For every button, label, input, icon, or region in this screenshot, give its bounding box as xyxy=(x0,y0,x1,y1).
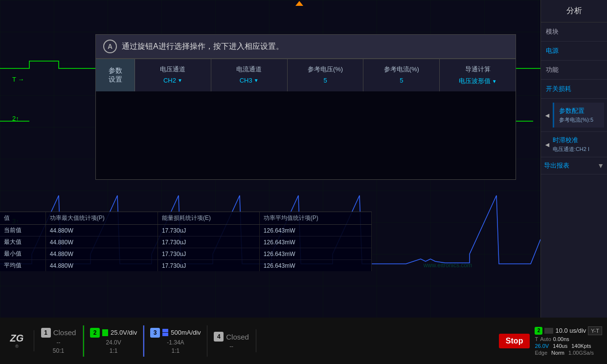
status-bar: ZG ® 1 Closed -- 50:1 2 25.0V/div 24.0V … xyxy=(0,318,607,364)
data-table-area: 值 功率最大值统计项(P) 能量损耗统计项(E) 功率平均值统计项(P) 当前值… xyxy=(0,212,372,271)
ch2-indicator xyxy=(102,329,108,336)
row-pmax-1: 44.880W xyxy=(45,225,157,236)
row-label-2: 最大值 xyxy=(0,236,45,248)
param-col-voltage-ch[interactable]: 电压通道 CH2 ▼ xyxy=(135,59,211,91)
col-header-4: 参考电流(%) xyxy=(384,65,419,74)
function-label: 功能 xyxy=(546,65,559,74)
table-row: 最大值 44.880W 17.730uJ 126.643mW xyxy=(0,236,372,248)
param-config-section: 参数配置 参考电流(%):5 xyxy=(553,103,604,128)
time-calib-title: 时滞校准 xyxy=(553,136,604,145)
ch3-ratio: 1:1 xyxy=(172,347,180,354)
col-header-5: 导通计算 xyxy=(465,65,491,74)
ch2-ratio: 1:1 xyxy=(110,347,118,354)
control-section: Stop 2 10.0 us/div Y-T T Auto 0.00ns 26.… xyxy=(494,324,607,358)
channel-3-block[interactable]: 3 500mA/div -1.34A 1:1 xyxy=(143,325,207,357)
right-panel: 分析 模块 电源 功能 开关损耗 ◄ 参数配置 参考电流(%):5 ◄ 时滞校准… xyxy=(540,0,607,318)
sub-controls-row: T Auto 0.00ns xyxy=(535,336,602,342)
row-pmax-3: 44.880W xyxy=(45,248,157,260)
right-panel-switch-loss[interactable]: 开关损耗 xyxy=(541,80,607,99)
auto-label: Auto xyxy=(540,336,551,342)
dialog-content: 参数设置 电压通道 CH2 ▼ 电流通道 CH3 ▼ xyxy=(96,59,516,179)
right-panel-module[interactable]: 模块 xyxy=(541,22,607,42)
ch2-small-badge: 2 xyxy=(535,327,542,335)
ch2-time-row: 2 10.0 us/div Y-T xyxy=(535,326,602,335)
ch1-label: Closed xyxy=(53,328,76,337)
yt-badge: Y-T xyxy=(588,326,602,335)
time-per-div: 10.0 us/div xyxy=(555,327,586,334)
norm-label: Norm xyxy=(551,350,564,356)
ch4-label: Closed xyxy=(226,333,249,341)
mem-value: 26.0V xyxy=(535,343,549,349)
col-header-power-max: 功率最大值统计项(P) xyxy=(45,212,157,225)
right-panel-power[interactable]: 电源 xyxy=(541,42,607,61)
channel-4-block[interactable]: 4 Closed -- xyxy=(207,329,256,352)
col-value-2: CH3 ▼ xyxy=(240,77,259,84)
ch2-voltage: 24.0V xyxy=(106,339,121,346)
param-col-current-ch[interactable]: 电流通道 CH3 ▼ xyxy=(211,59,288,91)
ch3-indicator xyxy=(162,329,168,336)
right-panel-param-config[interactable]: ◄ 参数配置 参考电流(%):5 xyxy=(541,99,607,132)
logo-registered: ® xyxy=(10,344,24,349)
row-pavg-2: 126.643mW xyxy=(259,236,371,248)
time-controls: 2 10.0 us/div Y-T T Auto 0.00ns 26.0V 14… xyxy=(535,326,602,356)
stop-button[interactable]: Stop xyxy=(499,334,530,348)
oscilloscope-screen: T → 2↑ 3↑ A 通过旋钮A进行选择操作，按下进入相应设置。 参数设置 电… xyxy=(0,0,540,318)
right-panel-title: 分析 xyxy=(541,0,607,22)
param-columns: 电压通道 CH2 ▼ 电流通道 CH3 ▼ 参考电压(%) xyxy=(135,59,516,91)
param-config-title: 参数配置 xyxy=(559,107,599,115)
col-header-power-avg: 功率平均值统计项(P) xyxy=(259,212,371,225)
param-col-conduction-calc[interactable]: 导通计算 电压波形值 ▼ xyxy=(440,59,516,91)
col-header-energy-loss: 能量损耗统计项(E) xyxy=(157,212,259,225)
marker-2: 2↑ xyxy=(12,115,19,122)
row-label-3: 最小值 xyxy=(0,248,45,260)
col-header-2: 电流通道 xyxy=(236,65,262,74)
watermark: www.eitronics.com xyxy=(424,262,472,269)
dialog-icon: A xyxy=(103,40,117,53)
time-calib-section: 时滞校准 电压通道:CH2 I xyxy=(553,136,604,153)
pts-value: 140Kpts xyxy=(571,343,591,349)
meas-row-2: 26.0V 140us 140Kpts xyxy=(535,343,602,349)
param-label: 参数设置 xyxy=(109,66,122,84)
param-col-ref-current[interactable]: 参考电流(%) 5 xyxy=(363,59,440,91)
ch2-div-label: 25.0V/div xyxy=(111,329,137,336)
logo: ZG ® xyxy=(0,330,34,351)
col-header-label: 值 xyxy=(0,212,45,225)
param-config-sub: 参考电流(%):5 xyxy=(559,116,599,124)
ch1-number-row: 1 Closed xyxy=(41,328,76,338)
switch-loss-label: 开关损耗 xyxy=(546,85,571,93)
sample-rate: 1.00GSa/s xyxy=(568,350,594,356)
right-panel-function[interactable]: 功能 xyxy=(541,61,607,80)
ch3-number-row: 3 500mA/div xyxy=(150,328,201,338)
table-row: 当前值 44.880W 17.730uJ 126.643mW xyxy=(0,225,372,236)
parameter-dialog[interactable]: A 通过旋钮A进行选择操作，按下进入相应设置。 参数设置 电压通道 CH2 ▼ xyxy=(95,34,516,180)
ch1-badge: 1 xyxy=(41,328,51,338)
col-header-3: 参考电压(%) xyxy=(308,65,343,74)
row-pavg-1: 126.643mW xyxy=(259,225,371,236)
row-eloss-2: 17.730uJ xyxy=(157,236,259,248)
ch2-number-row: 2 25.0V/div xyxy=(90,328,137,338)
col-value-1: CH2 ▼ xyxy=(163,77,182,84)
row-pmax-2: 44.880W xyxy=(45,236,157,248)
channel-1-block[interactable]: 1 Closed -- 50:1 xyxy=(34,325,83,357)
col-value-3: 5 xyxy=(323,77,327,84)
ch4-number-row: 4 Closed xyxy=(214,332,249,342)
time2-value: 140us xyxy=(553,343,567,349)
right-panel-time-calib[interactable]: ◄ 时滞校准 电压通道:CH2 I xyxy=(541,132,607,157)
logo-text: ZG xyxy=(10,333,24,344)
module-label: 模块 xyxy=(546,27,559,36)
col-value-5: 电压波形值 ▼ xyxy=(459,77,497,86)
ch3-badge: 3 xyxy=(150,328,160,338)
dialog-title-bar: A 通过旋钮A进行选择操作，按下进入相应设置。 xyxy=(96,35,516,59)
channel-2-block[interactable]: 2 25.0V/div 24.0V 1:1 xyxy=(83,325,143,357)
dialog-title: 通过旋钮A进行选择操作，按下进入相应设置。 xyxy=(122,42,284,52)
row-pmax-4: 44.880W xyxy=(45,260,157,272)
right-panel-export[interactable]: 导出报表 ▼ xyxy=(541,157,607,174)
edge-label: Edge xyxy=(535,350,547,356)
row-pavg-4: 126.643mW xyxy=(259,260,371,272)
ch1-ratio: 50:1 xyxy=(53,347,64,354)
power-label: 电源 xyxy=(546,46,559,55)
row-eloss-4: 17.730uJ xyxy=(157,260,259,272)
marker-t: T → xyxy=(12,76,24,83)
time-calib-sub: 电压通道:CH2 I xyxy=(553,146,604,153)
param-col-ref-voltage[interactable]: 参考电压(%) 5 xyxy=(288,59,364,91)
